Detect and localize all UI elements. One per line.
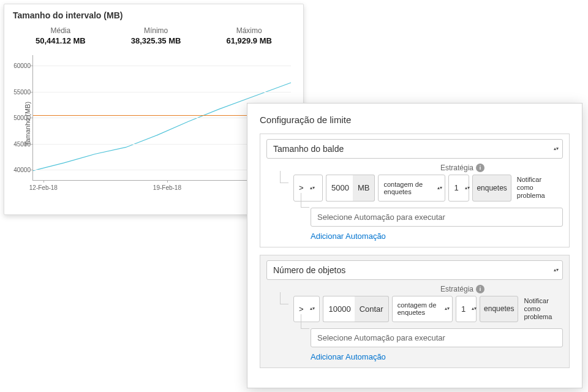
poll-unit: enquetes [480, 296, 518, 323]
stat-max: Máximo 61,929.9 MB [227, 26, 272, 45]
threshold-unit: Contar [355, 296, 389, 323]
info-icon[interactable]: i [476, 285, 484, 293]
chart-ylabel: Tamanho (MB) [24, 101, 31, 145]
threshold-block-object-count: Número de objetos ▴▾ Estratégia i > ▴▾ 1… [260, 255, 570, 369]
threshold-value: 10000 [323, 301, 354, 317]
spinner-icon: ▴▾ [307, 307, 317, 311]
stat-min-label: Mínimo [131, 26, 181, 35]
stat-min: Mínimo 38,325.35 MB [131, 26, 181, 45]
strategy-label: Estratégia [440, 164, 473, 172]
spinner-icon: ▴▾ [442, 307, 452, 311]
y-tick-label: 50000 [7, 115, 31, 121]
tree-connector [301, 314, 309, 329]
tree-connector [280, 171, 288, 183]
poll-count-input[interactable]: 1 ▴▾ [448, 175, 469, 202]
y-tick-label: 45000 [7, 140, 31, 147]
metric-select-value: Tamanho do balde [273, 144, 344, 154]
tree-connector [301, 193, 309, 208]
strategy-header: Estratégia i [266, 285, 484, 293]
automation-row: Selecione Automação para executar [311, 208, 563, 227]
threshold-value-input[interactable]: 10000 [323, 296, 354, 323]
poll-count-input[interactable]: 1 ▴▾ [456, 296, 477, 323]
automation-select[interactable]: Selecione Automação para executar [311, 328, 563, 347]
spinner-icon: ▴▾ [469, 307, 479, 311]
spinner-icon: ▴▾ [307, 186, 317, 190]
spinner-icon: ▴▾ [554, 147, 559, 151]
metric-select[interactable]: Número de objetos ▴▾ [266, 260, 563, 280]
poll-count-value: 1 [449, 179, 462, 196]
stat-avg-value: 50,441.12 MB [36, 36, 86, 45]
threshold-unit: MB [353, 175, 375, 202]
threshold-config-panel: Configuração de limite Tamanho do balde … [247, 103, 582, 388]
strategy-header: Estratégia i [266, 164, 484, 172]
automation-placeholder: Selecione Automação para executar [317, 333, 445, 342]
stat-avg: Média 50,441.12 MB [36, 26, 86, 45]
x-tick-label: 19-Feb-18 [153, 184, 181, 191]
stat-avg-label: Média [36, 26, 86, 35]
poll-count-value: 1 [456, 301, 469, 317]
strategy-value: contagem de enquetes [379, 177, 435, 199]
automation-select[interactable]: Selecione Automação para executar [311, 208, 563, 227]
spinner-icon: ▴▾ [554, 268, 559, 272]
notify-label: Notificar como problema [514, 175, 560, 202]
y-tick-label: 40000 [7, 167, 31, 173]
add-automation-link[interactable]: Adicionar Automação [311, 232, 563, 241]
config-title: Configuração de limite [260, 115, 570, 125]
threshold-controls: > ▴▾ 5000 MB contagem de enquetes ▴▾ 1 ▴… [293, 175, 563, 202]
add-automation-link[interactable]: Adicionar Automação [311, 352, 563, 361]
stat-max-value: 61,929.9 MB [227, 36, 272, 45]
y-tick-label: 55000 [7, 88, 31, 95]
strategy-select[interactable]: contagem de enquetes ▴▾ [378, 175, 445, 202]
strategy-label: Estratégia [440, 285, 473, 293]
threshold-block-bucket-size: Tamanho do balde ▴▾ Estratégia i > ▴▾ 50… [260, 134, 570, 247]
chart-title: Tamanho do intervalo (MB) [4, 4, 303, 23]
notify-label: Notificar como problema [521, 296, 563, 323]
y-tick-label: 60000 [7, 62, 31, 69]
tree-connector [280, 292, 288, 304]
automation-row: Selecione Automação para executar [311, 328, 563, 347]
spinner-icon: ▴▾ [462, 186, 472, 190]
metric-select-value: Número de objetos [273, 265, 345, 275]
metric-select[interactable]: Tamanho do balde ▴▾ [266, 139, 563, 159]
stat-min-value: 38,325.35 MB [131, 36, 181, 45]
threshold-value: 5000 [326, 179, 353, 196]
poll-unit: enquetes [472, 175, 511, 202]
info-icon[interactable]: i [476, 164, 484, 172]
x-tick-label: 12-Feb-18 [29, 184, 58, 191]
strategy-select[interactable]: contagem de enquetes ▴▾ [392, 296, 453, 323]
threshold-value-input[interactable]: 5000 [326, 175, 353, 202]
strategy-value: contagem de enquetes [393, 298, 442, 320]
stat-max-label: Máximo [227, 26, 272, 35]
threshold-controls: > ▴▾ 10000 Contar contagem de enquetes ▴… [293, 296, 563, 323]
automation-placeholder: Selecione Automação para executar [317, 213, 445, 222]
spinner-icon: ▴▾ [435, 186, 445, 190]
chart-stats: Média 50,441.12 MB Mínimo 38,325.35 MB M… [4, 23, 303, 51]
